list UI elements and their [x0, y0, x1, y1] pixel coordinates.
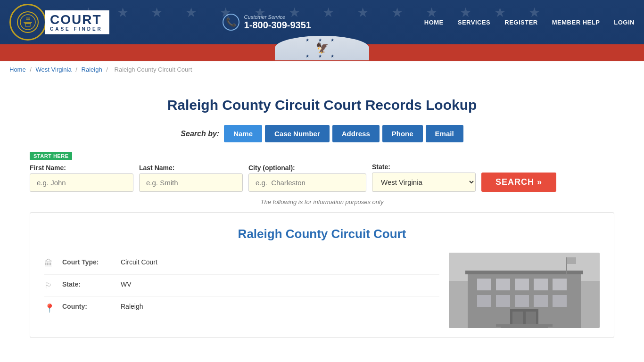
first-name-label: First Name: — [30, 164, 133, 172]
search-form: START HERE First Name: Last Name: City (… — [30, 152, 614, 192]
state-detail-value: WV — [121, 280, 132, 288]
customer-service: 📞 Customer Service 1-800-309-9351 — [223, 14, 311, 31]
svg-rect-15 — [477, 295, 491, 307]
county-label: County: — [62, 303, 114, 310]
state-group: State: West Virginia Alabama Alaska Ariz… — [372, 163, 476, 192]
logo-circle: ⚖ — [9, 4, 46, 41]
search-by-label: Search by: — [181, 130, 219, 138]
svg-rect-18 — [534, 295, 548, 307]
tab-name[interactable]: Name — [224, 125, 262, 142]
breadcrumb-state[interactable]: West Virginia — [36, 66, 72, 73]
logo[interactable]: ⚖ COURT CASE FINDER — [9, 4, 109, 41]
state-detail-label: State: — [62, 280, 114, 288]
flag-icon: 🏳 — [44, 281, 56, 291]
tab-phone[interactable]: Phone — [382, 125, 423, 142]
page-title: Raleigh County Circuit Court Records Loo… — [30, 97, 614, 113]
state-label: State: — [372, 163, 476, 171]
svg-rect-10 — [477, 279, 491, 290]
svg-rect-26 — [496, 324, 553, 327]
svg-rect-13 — [534, 279, 548, 290]
search-button[interactable]: SEARCH » — [481, 173, 556, 192]
first-name-group: First Name: — [30, 164, 133, 192]
last-name-group: Last Name: — [139, 164, 243, 192]
svg-rect-17 — [515, 295, 529, 307]
last-name-input[interactable] — [139, 173, 243, 192]
svg-rect-19 — [553, 295, 567, 307]
svg-rect-16 — [496, 295, 510, 307]
search-tabs-area: Search by: Name Case Number Address Phon… — [30, 125, 614, 142]
main-nav: HOME SERVICES REGISTER MEMBER HELP LOGIN — [424, 19, 635, 26]
detail-row-type: 🏛 Court Type: Circuit Court — [44, 253, 439, 275]
breadcrumb-home[interactable]: Home — [9, 66, 26, 73]
svg-rect-14 — [553, 279, 567, 290]
svg-rect-21 — [512, 312, 523, 326]
svg-rect-9 — [465, 271, 583, 274]
svg-rect-24 — [567, 257, 576, 264]
nav-home[interactable]: HOME — [424, 19, 444, 26]
svg-rect-11 — [496, 279, 510, 290]
first-name-input[interactable] — [30, 173, 133, 192]
county-value: Raleigh — [121, 303, 143, 310]
breadcrumb-county[interactable]: Raleigh — [82, 66, 102, 73]
form-row: First Name: Last Name: City (optional): … — [30, 163, 614, 192]
location-icon: 📍 — [44, 303, 56, 313]
state-select[interactable]: West Virginia Alabama Alaska Arizona Cal… — [372, 173, 476, 192]
tab-case-number[interactable]: Case Number — [265, 125, 330, 142]
court-info-title: Raleigh County Circuit Court — [44, 227, 600, 241]
detail-row-county: 📍 County: Raleigh — [44, 297, 439, 319]
breadcrumb-current: Raleigh County Circuit Court — [115, 66, 192, 73]
svg-text:⚖: ⚖ — [26, 16, 30, 21]
nav-register[interactable]: REGISTER — [504, 19, 537, 26]
court-info-box: Raleigh County Circuit Court 🏛 Court Typ… — [30, 212, 614, 338]
logo-text: COURT CASE FINDER — [45, 10, 109, 34]
court-info-content: 🏛 Court Type: Circuit Court 🏳 State: WV … — [44, 253, 600, 328]
svg-rect-4 — [25, 24, 30, 26]
nav-login[interactable]: LOGIN — [614, 19, 635, 26]
info-notice: The following is for information purpose… — [30, 198, 614, 206]
court-type-value: Circuit Court — [121, 258, 157, 266]
tab-email[interactable]: Email — [426, 125, 463, 142]
city-group: City (optional): — [248, 164, 366, 192]
svg-rect-12 — [515, 279, 529, 290]
tab-address[interactable]: Address — [332, 125, 380, 142]
phone-icon: 📞 — [223, 14, 239, 31]
city-label: City (optional): — [248, 164, 366, 172]
start-here-badge: START HERE — [30, 152, 72, 160]
court-details: 🏛 Court Type: Circuit Court 🏳 State: WV … — [44, 253, 439, 328]
city-input[interactable] — [248, 173, 366, 192]
phone-number: 1-800-309-9351 — [244, 20, 311, 30]
nav-services[interactable]: SERVICES — [458, 19, 491, 26]
last-name-label: Last Name: — [139, 164, 243, 172]
detail-row-state: 🏳 State: WV — [44, 275, 439, 297]
court-image — [449, 253, 600, 328]
customer-service-label: Customer Service — [244, 14, 311, 20]
building-icon: 🏛 — [44, 259, 56, 269]
svg-rect-22 — [526, 312, 536, 326]
nav-member-help[interactable]: MEMBER HELP — [552, 19, 600, 26]
breadcrumb: Home / West Virginia / Raleigh / Raleigh… — [0, 61, 644, 78]
court-type-label: Court Type: — [62, 258, 114, 266]
